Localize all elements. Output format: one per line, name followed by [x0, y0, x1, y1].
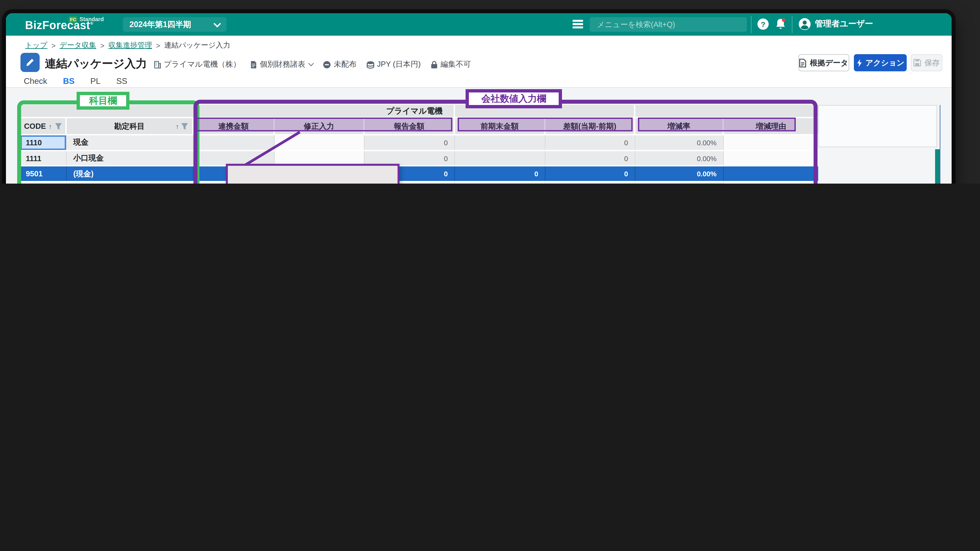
grid-empty-panel [818, 105, 940, 183]
cell-change-reason[interactable] [724, 135, 818, 150]
cell-account-name[interactable]: 当座預金 [67, 182, 194, 183]
column-header-row: CODE↑勘定科目↑連携金額修正入力報告金額前期末金額差額(当期-前期)増減率増… [21, 118, 818, 135]
col-header-linked-amount[interactable]: 連携金額 [194, 118, 275, 134]
cell-change-rate[interactable]: 0.00% [635, 182, 724, 183]
callout-line1: 単一セグメントの場合、こちらに [241, 182, 398, 183]
save-icon [913, 59, 921, 67]
grid-right-border [940, 105, 940, 183]
cell-linked-amount[interactable] [194, 151, 275, 165]
filter-funnel-icon[interactable] [181, 123, 188, 130]
evidence-data-button[interactable]: 根拠データ [799, 54, 849, 71]
cell-code[interactable]: 1110 [21, 135, 67, 150]
cell-prev-period-amount[interactable] [455, 135, 546, 150]
divider [792, 16, 792, 33]
table-row: 1111小口現金000.00% [21, 151, 818, 167]
statement-type-selector[interactable]: 個別財務諸表 [250, 59, 313, 69]
cell-prev-period-amount[interactable] [455, 151, 546, 165]
cell-change-reason[interactable] [724, 182, 818, 183]
content-area: プライマル電機 CODE↑勘定科目↑連携金額修正入力報告金額前期末金額差額(当期… [6, 88, 951, 183]
table-row: 1112当座預金000.00% [21, 182, 818, 183]
cell-code[interactable]: 1112 [21, 182, 67, 183]
cell-code[interactable]: 1111 [21, 151, 67, 165]
document-icon [250, 61, 257, 68]
breadcrumb-link[interactable]: トップ [25, 40, 47, 50]
breadcrumb-separator: > [156, 41, 160, 49]
cell-prev-period-amount[interactable] [455, 182, 546, 183]
cell-adjustment-input[interactable] [275, 135, 364, 150]
cell-account-name[interactable]: 小口現金 [67, 151, 194, 165]
page-title: 連結パッケージ入力 [45, 56, 147, 71]
column-header-label: CODE [24, 122, 46, 130]
cell-change-reason[interactable] [724, 167, 818, 181]
save-label: 保存 [924, 58, 940, 68]
col-header-change-reason[interactable]: 増減理由 [724, 118, 818, 134]
col-header-diff-amount[interactable]: 差額(当期-前期) [546, 118, 635, 134]
period-selector-value: 2024年第1四半期 [129, 19, 191, 30]
help-icon[interactable]: ? [757, 19, 769, 30]
sort-ascending-icon[interactable]: ↑ [176, 123, 179, 130]
cell-change-rate[interactable]: 0.00% [635, 135, 724, 150]
col-header-change-rate[interactable]: 増減率 [635, 118, 724, 134]
action-button[interactable]: アクション [854, 54, 907, 71]
col-header-adjustment-input[interactable]: 修正入力 [275, 118, 364, 134]
cell-code[interactable]: 9501 [21, 167, 67, 181]
company-group-header: プライマル電機 [194, 105, 635, 117]
column-header-label: 勘定科目 [114, 121, 145, 131]
cell-reported-amount[interactable]: 0 [364, 151, 455, 165]
sort-ascending-icon[interactable]: ↑ [49, 123, 52, 130]
column-header-label: 連携金額 [218, 121, 249, 131]
filter-funnel-icon[interactable] [54, 123, 62, 130]
cell-change-reason[interactable] [724, 151, 818, 165]
user-avatar-icon [799, 18, 811, 30]
notification-bell-icon[interactable] [775, 18, 786, 30]
company-group-header-row: プライマル電機 [21, 105, 818, 118]
cell-diff-amount[interactable]: 0 [546, 135, 635, 150]
menu-search-box[interactable] [590, 17, 747, 32]
save-button[interactable]: 保存 [911, 54, 942, 71]
edit-pencil-icon [21, 53, 40, 72]
status-circle-icon [323, 61, 331, 68]
filter-funnel-icon[interactable] [54, 123, 62, 130]
meta-item: 編集不可 [431, 59, 471, 69]
breadcrumb: トップ>データ収集>収集進捗管理>連結パッケージ入力 [25, 40, 230, 50]
col-header-account[interactable]: 勘定科目↑ [67, 118, 194, 134]
meta-item-label: JPY (日本円) [377, 59, 421, 69]
document-icon [799, 59, 807, 67]
subject-columns-annotation-label: 科目欄 [76, 92, 129, 110]
meta-item: 未配布 [323, 59, 356, 69]
chevron-down-icon[interactable] [309, 61, 314, 66]
cell-linked-amount[interactable] [194, 135, 275, 150]
cell-reported-amount[interactable]: 0 [364, 135, 455, 150]
package-input-grid: プライマル電機 CODE↑勘定科目↑連携金額修正入力報告金額前期末金額差額(当期… [21, 105, 818, 183]
cell-prev-period-amount[interactable]: 0 [455, 167, 546, 181]
lightning-icon [856, 59, 862, 67]
breadcrumb-link[interactable]: 収集進捗管理 [108, 40, 152, 50]
currency-icon [366, 61, 374, 68]
cell-account-name[interactable]: (現金) [67, 167, 194, 181]
column-header-label: 差額(当期-前期) [563, 121, 616, 131]
breadcrumb-current: 連結パッケージ入力 [164, 40, 230, 50]
table-row: 9501(現金)000000.00% [21, 167, 818, 182]
top-navigation-bar: FC Standard BizForecast® 2024年第1四半期 ? [6, 13, 951, 36]
chevron-down-icon [213, 20, 221, 27]
cell-account-name[interactable]: 現金 [67, 135, 194, 150]
col-header-prev-period-amount[interactable]: 前期末金額 [455, 118, 546, 134]
cell-diff-amount[interactable]: 0 [546, 167, 635, 181]
menu-icon[interactable] [573, 20, 583, 29]
col-header-code[interactable]: CODE↑ [21, 118, 67, 134]
cell-diff-amount[interactable]: 0 [546, 182, 635, 183]
cell-change-rate[interactable]: 0.00% [635, 167, 724, 181]
period-selector[interactable]: 2024年第1四半期 [123, 17, 226, 32]
registered-mark: ® [90, 21, 93, 25]
cell-change-rate[interactable]: 0.00% [635, 151, 724, 165]
vertical-scrollbar-thumb[interactable] [935, 149, 940, 183]
menu-search-input[interactable] [596, 20, 741, 29]
col-header-reported-amount[interactable]: 報告金額 [364, 118, 455, 134]
meta-item-label: 編集不可 [441, 59, 471, 69]
user-menu[interactable]: 管理者ユーザー [799, 18, 873, 30]
filter-funnel-icon[interactable] [181, 123, 188, 130]
breadcrumb-link[interactable]: データ収集 [60, 40, 96, 50]
building-icon [154, 61, 161, 68]
cell-adjustment-input[interactable] [275, 151, 364, 165]
cell-diff-amount[interactable]: 0 [546, 151, 635, 165]
